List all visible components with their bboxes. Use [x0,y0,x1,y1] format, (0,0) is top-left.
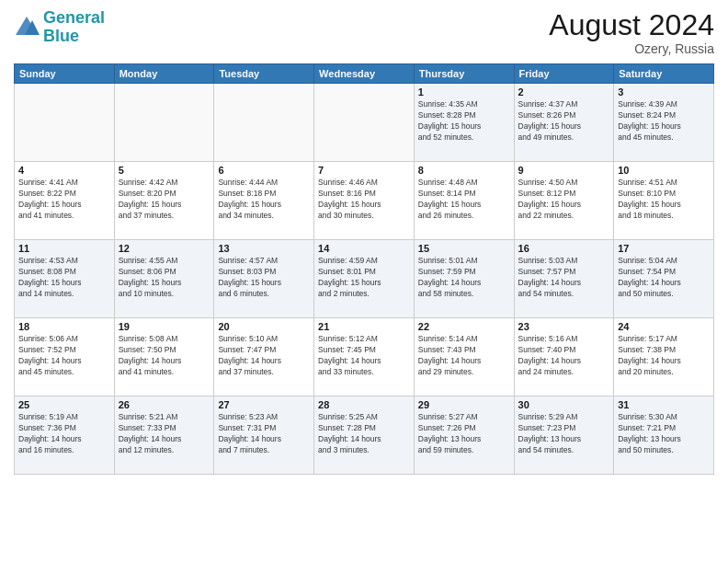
calendar-week-1: 4Sunrise: 4:41 AMSunset: 8:22 PMDaylight… [15,162,714,240]
day-number: 25 [18,399,110,410]
day-number: 16 [518,243,610,254]
calendar-week-3: 18Sunrise: 5:06 AMSunset: 7:52 PMDayligh… [15,318,714,396]
calendar-cell: 14Sunrise: 4:59 AMSunset: 8:01 PMDayligh… [314,240,415,318]
day-number: 23 [518,321,610,332]
page: General Blue August 2024 Ozery, Russia S… [0,0,728,563]
day-number: 30 [518,399,610,410]
logo-line1: General [43,8,105,27]
location: Ozery, Russia [549,41,714,56]
day-info: Sunrise: 5:21 AMSunset: 7:33 PMDaylight:… [119,412,210,456]
day-header-friday: Friday [514,64,614,84]
day-info: Sunrise: 5:25 AMSunset: 7:28 PMDaylight:… [318,412,410,456]
day-number: 29 [418,399,510,410]
calendar-cell: 30Sunrise: 5:29 AMSunset: 7:23 PMDayligh… [514,396,614,475]
calendar-cell [314,84,415,162]
day-info: Sunrise: 4:37 AMSunset: 8:26 PMDaylight:… [518,99,610,144]
day-number: 11 [18,243,110,254]
logo-icon [14,15,40,40]
calendar-cell: 25Sunrise: 5:19 AMSunset: 7:36 PMDayligh… [15,396,115,475]
day-info: Sunrise: 5:06 AMSunset: 7:52 PMDaylight:… [18,334,110,378]
calendar-cell: 26Sunrise: 5:21 AMSunset: 7:33 PMDayligh… [114,396,214,475]
calendar-week-2: 11Sunrise: 4:53 AMSunset: 8:08 PMDayligh… [15,240,714,318]
day-header-wednesday: Wednesday [314,64,415,84]
day-info: Sunrise: 4:39 AMSunset: 8:24 PMDaylight:… [618,99,710,144]
calendar-cell: 18Sunrise: 5:06 AMSunset: 7:52 PMDayligh… [15,318,115,396]
calendar-cell: 27Sunrise: 5:23 AMSunset: 7:31 PMDayligh… [214,396,314,475]
day-info: Sunrise: 5:14 AMSunset: 7:43 PMDaylight:… [418,334,510,378]
day-number: 13 [218,243,310,254]
calendar-cell: 7Sunrise: 4:46 AMSunset: 8:16 PMDaylight… [314,162,415,240]
logo-text: General Blue [43,9,105,46]
day-info: Sunrise: 4:44 AMSunset: 8:18 PMDaylight:… [218,178,310,222]
day-info: Sunrise: 5:04 AMSunset: 7:54 PMDaylight:… [618,256,710,300]
day-info: Sunrise: 4:50 AMSunset: 8:12 PMDaylight:… [518,178,610,222]
calendar-cell: 31Sunrise: 5:30 AMSunset: 7:21 PMDayligh… [614,396,714,475]
calendar-cell: 16Sunrise: 5:03 AMSunset: 7:57 PMDayligh… [514,240,614,318]
day-number: 7 [318,165,410,176]
calendar-cell: 6Sunrise: 4:44 AMSunset: 8:18 PMDaylight… [214,162,314,240]
calendar-cell [15,84,115,162]
day-info: Sunrise: 4:41 AMSunset: 8:22 PMDaylight:… [18,178,110,222]
day-number: 4 [18,165,110,176]
calendar-cell: 19Sunrise: 5:08 AMSunset: 7:50 PMDayligh… [114,318,214,396]
day-number: 21 [318,321,410,332]
day-info: Sunrise: 5:10 AMSunset: 7:47 PMDaylight:… [218,334,310,378]
day-number: 5 [119,165,210,176]
day-number: 27 [218,399,310,410]
day-info: Sunrise: 5:08 AMSunset: 7:50 PMDaylight:… [119,334,210,378]
calendar-cell: 11Sunrise: 4:53 AMSunset: 8:08 PMDayligh… [15,240,115,318]
calendar-cell: 28Sunrise: 5:25 AMSunset: 7:28 PMDayligh… [314,396,415,475]
day-number: 12 [119,243,210,254]
calendar-cell: 29Sunrise: 5:27 AMSunset: 7:26 PMDayligh… [414,396,514,475]
day-number: 3 [618,86,710,98]
calendar-cell [114,84,214,162]
day-info: Sunrise: 5:30 AMSunset: 7:21 PMDaylight:… [618,412,710,456]
day-info: Sunrise: 4:48 AMSunset: 8:14 PMDaylight:… [418,178,510,222]
calendar-cell: 23Sunrise: 5:16 AMSunset: 7:40 PMDayligh… [514,318,614,396]
header: General Blue August 2024 Ozery, Russia [14,9,714,56]
day-info: Sunrise: 5:01 AMSunset: 7:59 PMDaylight:… [418,256,510,300]
calendar-cell [214,84,314,162]
calendar-cell: 17Sunrise: 5:04 AMSunset: 7:54 PMDayligh… [614,240,714,318]
day-header-monday: Monday [114,64,214,84]
calendar-week-4: 25Sunrise: 5:19 AMSunset: 7:36 PMDayligh… [15,396,714,475]
header-row: SundayMondayTuesdayWednesdayThursdayFrid… [15,64,714,84]
day-info: Sunrise: 5:12 AMSunset: 7:45 PMDaylight:… [318,334,410,378]
day-number: 20 [218,321,310,332]
day-header-saturday: Saturday [614,64,714,84]
calendar-cell: 12Sunrise: 4:55 AMSunset: 8:06 PMDayligh… [114,240,214,318]
calendar-table: SundayMondayTuesdayWednesdayThursdayFrid… [14,63,714,475]
calendar-cell: 15Sunrise: 5:01 AMSunset: 7:59 PMDayligh… [414,240,514,318]
day-number: 1 [418,86,510,98]
day-number: 31 [618,399,710,410]
calendar-cell: 22Sunrise: 5:14 AMSunset: 7:43 PMDayligh… [414,318,514,396]
day-number: 26 [119,399,210,410]
calendar-cell: 20Sunrise: 5:10 AMSunset: 7:47 PMDayligh… [214,318,314,396]
day-number: 10 [618,165,710,176]
day-info: Sunrise: 4:59 AMSunset: 8:01 PMDaylight:… [318,256,410,300]
day-number: 15 [418,243,510,254]
calendar-cell: 3Sunrise: 4:39 AMSunset: 8:24 PMDaylight… [614,84,714,162]
day-info: Sunrise: 4:35 AMSunset: 8:28 PMDaylight:… [418,99,510,144]
day-info: Sunrise: 4:55 AMSunset: 8:06 PMDaylight:… [119,256,210,300]
day-header-tuesday: Tuesday [214,64,314,84]
day-info: Sunrise: 5:29 AMSunset: 7:23 PMDaylight:… [518,412,610,456]
calendar-cell: 24Sunrise: 5:17 AMSunset: 7:38 PMDayligh… [614,318,714,396]
day-number: 2 [518,86,610,98]
calendar-cell: 4Sunrise: 4:41 AMSunset: 8:22 PMDaylight… [15,162,115,240]
day-info: Sunrise: 4:42 AMSunset: 8:20 PMDaylight:… [119,178,210,222]
day-info: Sunrise: 4:51 AMSunset: 8:10 PMDaylight:… [618,178,710,222]
day-number: 24 [618,321,710,332]
day-info: Sunrise: 5:16 AMSunset: 7:40 PMDaylight:… [518,334,610,378]
day-info: Sunrise: 4:53 AMSunset: 8:08 PMDaylight:… [18,256,110,300]
calendar-cell: 9Sunrise: 4:50 AMSunset: 8:12 PMDaylight… [514,162,614,240]
calendar-cell: 5Sunrise: 4:42 AMSunset: 8:20 PMDaylight… [114,162,214,240]
day-info: Sunrise: 4:57 AMSunset: 8:03 PMDaylight:… [218,256,310,300]
month-title: August 2024 [549,9,714,41]
day-info: Sunrise: 5:19 AMSunset: 7:36 PMDaylight:… [18,412,110,456]
calendar-cell: 13Sunrise: 4:57 AMSunset: 8:03 PMDayligh… [214,240,314,318]
day-info: Sunrise: 5:23 AMSunset: 7:31 PMDaylight:… [218,412,310,456]
day-header-thursday: Thursday [414,64,514,84]
day-info: Sunrise: 5:27 AMSunset: 7:26 PMDaylight:… [418,412,510,456]
day-info: Sunrise: 5:03 AMSunset: 7:57 PMDaylight:… [518,256,610,300]
